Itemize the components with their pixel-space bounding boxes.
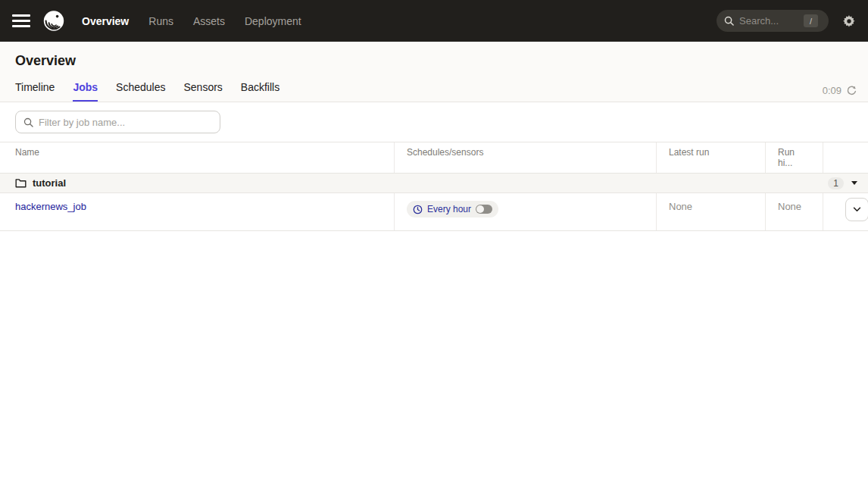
job-actions-menu-button[interactable] — [845, 198, 868, 221]
col-header-schedules: Schedules/sensors — [394, 142, 656, 173]
col-header-latest-run: Latest run — [656, 142, 765, 173]
refresh-icon[interactable] — [846, 85, 857, 96]
nav-links: Overview Runs Assets Deployment — [82, 15, 301, 27]
group-count-badge: 1 — [828, 177, 844, 189]
gear-icon[interactable] — [842, 14, 856, 28]
refresh-countdown: 0:09 — [823, 85, 841, 96]
col-header-run-history: Run hi... — [765, 142, 823, 173]
schedule-label: Every hour — [427, 204, 471, 214]
col-header-actions — [823, 142, 868, 173]
slash-shortcut-key: / — [804, 14, 818, 27]
tab-backfills[interactable]: Backfills — [241, 81, 279, 102]
nav-item-overview[interactable]: Overview — [82, 15, 129, 27]
job-filter[interactable] — [15, 111, 220, 133]
nav-item-assets[interactable]: Assets — [193, 15, 225, 27]
hamburger-menu-icon[interactable] — [12, 14, 30, 27]
clock-icon — [413, 205, 423, 214]
job-filter-input[interactable] — [39, 117, 205, 128]
jobs-table: Name Schedules/sensors Latest run Run hi… — [0, 142, 868, 231]
top-nav: Overview Runs Assets Deployment / — [0, 0, 868, 42]
filter-search-icon — [23, 117, 33, 127]
col-header-name: Name — [0, 142, 394, 173]
folder-icon — [15, 178, 27, 188]
chevron-down-icon — [853, 207, 861, 212]
search-input[interactable] — [739, 15, 798, 27]
group-collapse-caret-icon[interactable] — [851, 181, 857, 185]
job-link-hackernews[interactable]: hackernews_job — [15, 201, 86, 212]
group-name: tutorial — [33, 177, 66, 189]
empty-content-area — [0, 231, 868, 485]
table-header-row: Name Schedules/sensors Latest run Run hi… — [0, 142, 868, 174]
job-row-hackernews: hackernews_job Every hour None None — [0, 193, 868, 231]
tab-jobs[interactable]: Jobs — [73, 81, 98, 102]
refresh-area: 0:09 — [823, 85, 857, 96]
page-title: Overview — [0, 42, 868, 81]
page-header: Overview Timeline Jobs Schedules Sensors… — [0, 42, 868, 102]
overview-tabs: Timeline Jobs Schedules Sensors Backfill… — [0, 81, 868, 102]
tab-timeline[interactable]: Timeline — [15, 81, 55, 102]
filter-row — [0, 102, 868, 133]
search-icon — [724, 16, 734, 26]
global-search[interactable]: / — [717, 10, 829, 32]
tab-schedules[interactable]: Schedules — [116, 81, 165, 102]
schedule-toggle[interactable] — [476, 205, 492, 214]
job-group-row-tutorial[interactable]: tutorial 1 — [0, 174, 868, 193]
nav-item-runs[interactable]: Runs — [148, 15, 173, 27]
run-history-value: None — [778, 201, 801, 212]
nav-item-deployment[interactable]: Deployment — [245, 15, 301, 27]
latest-run-value: None — [669, 201, 692, 212]
tab-sensors[interactable]: Sensors — [183, 81, 222, 102]
schedule-chip[interactable]: Every hour — [407, 201, 498, 217]
dagster-logo-icon[interactable] — [42, 10, 65, 33]
